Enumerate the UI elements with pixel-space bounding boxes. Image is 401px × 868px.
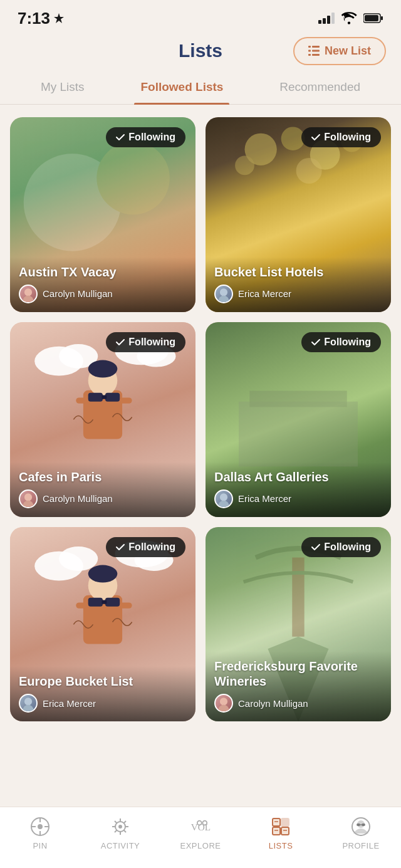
avatar-img: [20, 286, 36, 302]
svg-rect-7: [308, 54, 311, 56]
svg-rect-29: [105, 392, 120, 401]
svg-point-38: [218, 500, 229, 506]
nav-lists[interactable]: LISTS: [256, 816, 306, 850]
nav-explore-label: EXPLORE: [180, 841, 221, 850]
svg-line-70: [115, 830, 117, 833]
svg-rect-30: [102, 395, 107, 399]
check-icon: [311, 133, 320, 141]
lists-grid: Following Austin TX Vacay Carolyn Mullig…: [0, 117, 401, 731]
svg-point-20: [218, 295, 229, 301]
svg-rect-77: [273, 827, 280, 835]
avatar-img: [20, 695, 36, 711]
avatar-img: [20, 491, 36, 507]
card-author: Carolyn Mulligan: [19, 489, 187, 508]
svg-point-12: [23, 295, 33, 301]
card-title: Cafes in Paris: [19, 469, 187, 484]
nav-profile[interactable]: PROFILE: [336, 816, 386, 850]
explore-icon: VOL: [190, 816, 211, 837]
svg-point-54: [220, 698, 227, 706]
avatar: [214, 694, 233, 713]
list-card-austin[interactable]: Following Austin TX Vacay Carolyn Mullig…: [10, 117, 195, 312]
svg-point-52: [23, 705, 33, 711]
card-info: Cafes in Paris Carolyn Mulligan: [10, 462, 195, 517]
tab-followed-lists[interactable]: Followed Lists: [134, 71, 229, 104]
card-title: Dallas Art Galleries: [214, 469, 382, 484]
svg-rect-8: [312, 54, 320, 56]
card-title: Bucket List Hotels: [214, 264, 382, 280]
svg-point-55: [218, 705, 229, 711]
svg-rect-75: [273, 818, 280, 826]
svg-point-34: [23, 500, 33, 506]
svg-line-67: [115, 821, 117, 824]
new-list-button[interactable]: New List: [293, 37, 386, 65]
check-icon: [311, 338, 320, 346]
svg-point-45: [88, 565, 118, 582]
svg-rect-6: [312, 50, 320, 52]
profile-icon: [350, 816, 372, 837]
svg-rect-50: [120, 602, 132, 608]
card-info: Fredericksburg Favorite Wineries Carolyn…: [206, 651, 391, 721]
author-name: Erica Mercer: [43, 698, 96, 709]
list-card-dallas-art[interactable]: Following Dallas Art Galleries Erica Mer…: [206, 322, 391, 517]
svg-rect-32: [120, 397, 132, 403]
card-title: Fredericksburg Favorite Wineries: [214, 659, 382, 689]
check-icon: [116, 133, 125, 141]
svg-rect-84: [357, 824, 360, 826]
following-badge: Following: [301, 332, 381, 352]
svg-point-57: [38, 825, 42, 829]
tab-my-lists[interactable]: My Lists: [34, 71, 91, 104]
svg-rect-47: [105, 597, 120, 606]
avatar: [19, 285, 38, 303]
tab-bar: My Lists Followed Lists Recommended: [0, 71, 401, 105]
status-bar: 7:13: [0, 0, 401, 34]
svg-rect-53: [292, 557, 304, 636]
avatar: [19, 694, 38, 713]
svg-point-19: [220, 288, 227, 296]
svg-text:VOL: VOL: [191, 822, 211, 832]
list-card-bucket-hotels[interactable]: Following Bucket List Hotels Erica Merce…: [206, 117, 391, 312]
svg-rect-46: [88, 597, 103, 606]
svg-rect-28: [88, 392, 103, 401]
card-info: Europe Bucket List Erica Mercer: [10, 666, 195, 721]
pin-icon: [29, 816, 51, 837]
svg-point-17: [235, 156, 254, 175]
check-icon: [311, 543, 320, 551]
wifi-icon: [341, 12, 357, 24]
list-card-cafes-paris[interactable]: Following Cafes in Paris Carolyn Mulliga…: [10, 322, 195, 517]
svg-point-10: [96, 142, 170, 215]
list-icon: [308, 46, 320, 56]
nav-activity[interactable]: ACTIVITY: [95, 816, 145, 850]
following-badge: Following: [301, 127, 381, 147]
card-info: Dallas Art Galleries Erica Mercer: [206, 462, 391, 517]
svg-rect-78: [281, 827, 289, 835]
list-card-fredericksburg[interactable]: Following Fredericksburg Favorite Wineri…: [206, 527, 391, 722]
svg-rect-1: [381, 16, 383, 20]
nav-profile-label: PROFILE: [342, 841, 379, 850]
following-badge: Following: [106, 537, 185, 557]
nav-explore[interactable]: VOL EXPLORE: [175, 816, 226, 850]
card-author: Erica Mercer: [19, 694, 187, 713]
nav-lists-label: LISTS: [269, 841, 293, 850]
svg-rect-76: [281, 818, 289, 826]
svg-rect-3: [308, 46, 311, 48]
svg-point-71: [119, 825, 122, 828]
building-overlay: [206, 369, 391, 466]
status-time: 7:13: [18, 9, 64, 28]
nav-pin[interactable]: PIN: [15, 816, 65, 850]
following-badge: Following: [106, 127, 185, 147]
page-header: Lists New List: [0, 34, 401, 71]
status-icons: [318, 12, 383, 24]
location-icon: [54, 13, 64, 23]
bottom-navigation: PIN ACTIVITY VOL: [0, 807, 401, 868]
tab-recommended[interactable]: Recommended: [273, 71, 367, 104]
list-card-europe[interactable]: Following Europe Bucket List Erica Merce…: [10, 527, 195, 722]
card-title: Europe Bucket List: [19, 674, 187, 689]
lists-icon: [270, 816, 291, 837]
card-info: Austin TX Vacay Carolyn Mulligan: [10, 257, 195, 312]
svg-line-68: [124, 830, 127, 833]
card-info: Bucket List Hotels Erica Mercer: [206, 257, 391, 312]
nav-pin-label: PIN: [33, 841, 47, 850]
avatar: [214, 285, 233, 303]
avatar-img: [216, 695, 232, 711]
avatar-img: [216, 286, 232, 302]
